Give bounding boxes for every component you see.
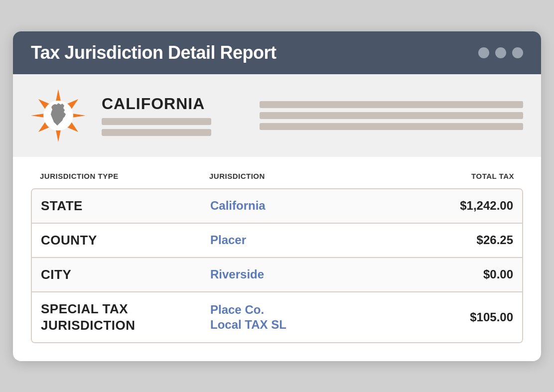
table-header: JURISDICTION TYPE JURISDICTION TOTAL TAX — [31, 167, 523, 185]
state-badge — [31, 88, 86, 143]
placeholder-line-2 — [102, 129, 211, 136]
state-name: CALIFORNIA — [102, 95, 234, 113]
info-section: CALIFORNIA — [13, 74, 541, 157]
table-section: JURISDICTION TYPE JURISDICTION TOTAL TAX… — [13, 157, 541, 361]
col-header-jurisdiction-type: JURISDICTION TYPE — [40, 172, 209, 180]
row-type-state: STATE — [41, 198, 210, 214]
window-dot-3 — [512, 47, 523, 58]
row-type-special: SPECIAL TAX JURISDICTION — [41, 301, 210, 333]
row-type-city: CITY — [41, 267, 210, 282]
table-body: STATE California $1,242.00 COUNTY Placer — [31, 188, 523, 343]
col-header-jurisdiction: JURISDICTION — [209, 172, 415, 180]
table-row: SPECIAL TAX JURISDICTION Place Co. Local… — [32, 292, 522, 342]
state-info: CALIFORNIA — [102, 95, 234, 136]
card-header: Tax Jurisdiction Detail Report — [13, 31, 541, 74]
row-jurisdiction-county: Placer — [210, 233, 414, 248]
row-jurisdiction-city: Riverside — [210, 267, 414, 282]
col-header-total-tax: TOTAL TAX — [415, 172, 514, 180]
right-line-1 — [260, 101, 523, 108]
window-dot-1 — [478, 47, 489, 58]
table-row: CITY Riverside $0.00 — [32, 258, 522, 292]
row-tax-special: $105.00 — [414, 301, 513, 333]
row-tax-city: $0.00 — [414, 267, 513, 282]
row-tax-state: $1,242.00 — [414, 198, 513, 214]
row-jurisdiction-state: California — [210, 198, 414, 214]
right-line-2 — [260, 112, 523, 119]
row-type-county: COUNTY — [41, 233, 210, 248]
right-line-3 — [260, 123, 523, 130]
placeholder-lines — [102, 118, 234, 136]
table-row: COUNTY Placer $26.25 — [32, 224, 522, 258]
placeholder-line-1 — [102, 118, 211, 125]
report-card: Tax Jurisdiction Detail Report CALIFORNI… — [13, 31, 541, 361]
row-jurisdiction-special: Place Co. Local TAX SL — [210, 301, 414, 333]
table-row: STATE California $1,242.00 — [32, 189, 522, 224]
right-lines — [260, 101, 523, 130]
row-tax-county: $26.25 — [414, 233, 513, 248]
report-title: Tax Jurisdiction Detail Report — [31, 42, 276, 63]
window-controls — [478, 47, 523, 58]
window-dot-2 — [495, 47, 506, 58]
